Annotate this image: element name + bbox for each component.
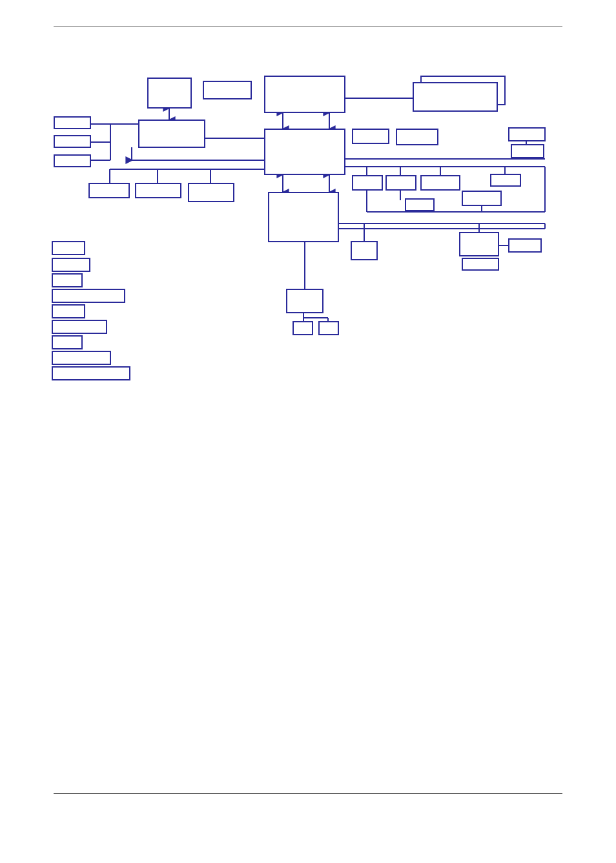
block-south — [287, 289, 323, 313]
block-row-small — [406, 199, 434, 211]
block-row-r — [491, 174, 520, 186]
block-diagram — [0, 0, 616, 863]
block-south-a — [293, 322, 313, 335]
block-mid-r1 — [351, 242, 377, 260]
block-row-a — [353, 176, 382, 190]
block-far-r1 — [509, 128, 545, 141]
block-misc-top — [203, 81, 251, 99]
block-main-top — [265, 76, 345, 112]
block-row-b — [386, 176, 416, 190]
block-io-under — [462, 258, 498, 270]
block-left-a — [54, 117, 90, 129]
block-leg-3 — [52, 289, 125, 302]
block-ahb-b — [136, 183, 181, 198]
block-cpu-r2 — [396, 129, 438, 145]
block-mid — [269, 192, 338, 242]
block-south-b — [319, 322, 338, 335]
block-stack-front — [413, 83, 497, 111]
block-row-c — [421, 176, 460, 190]
block-cpu-r1 — [353, 129, 389, 143]
block-leg-5 — [52, 320, 107, 333]
block-leg-1 — [52, 258, 90, 271]
block-left-main — [139, 120, 205, 147]
block-ahb-c — [189, 183, 234, 202]
block-leg-2 — [52, 274, 82, 287]
block-leg-0 — [52, 242, 85, 255]
block-codec — [148, 78, 191, 108]
block-leg-8 — [52, 367, 130, 380]
block-leg-6 — [52, 336, 82, 349]
block-ahb-a — [89, 183, 129, 198]
block-leg-7 — [52, 351, 110, 364]
block-leg-4 — [52, 305, 85, 318]
block-left-c — [54, 155, 90, 167]
block-cpu — [265, 129, 345, 174]
block-io-small — [509, 239, 541, 252]
block-left-b — [54, 136, 90, 147]
block-io-big — [460, 233, 498, 256]
block-row-wide — [462, 191, 501, 205]
block-far-r2 — [511, 145, 544, 158]
